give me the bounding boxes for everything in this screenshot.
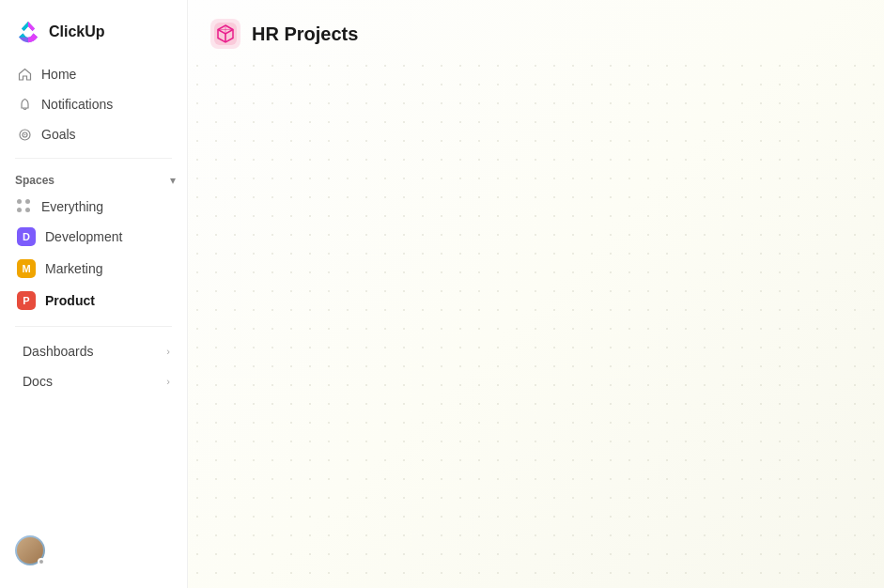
sidebar-item-dashboards[interactable]: Dashboards › — [8, 336, 179, 366]
sidebar-item-marketing[interactable]: M Marketing — [8, 253, 179, 285]
sidebar-item-docs[interactable]: Docs › — [8, 366, 179, 396]
avatar[interactable] — [15, 535, 45, 565]
sidebar-item-goals[interactable]: Goals — [8, 120, 179, 148]
spaces-label: Spaces — [15, 174, 54, 187]
svg-point-2 — [23, 133, 25, 135]
sidebar-divider-1 — [15, 158, 172, 159]
page-title: HR Projects — [252, 23, 358, 45]
sidebar-item-notifications[interactable]: Notifications — [8, 90, 179, 118]
sidebar-item-product-label: Product — [45, 293, 95, 308]
sidebar-item-everything[interactable]: Everything — [8, 193, 179, 221]
marketing-badge: M — [17, 259, 36, 278]
dotted-background — [188, 56, 884, 588]
sidebar-item-development[interactable]: D Development — [8, 221, 179, 253]
clickup-logo-icon — [15, 19, 41, 45]
sidebar-item-home[interactable]: Home — [8, 60, 179, 88]
sidebar-item-dashboards-label: Dashboards — [23, 344, 94, 359]
main-content: HR Projects — [188, 0, 884, 588]
sidebar-bottom[interactable] — [0, 524, 187, 577]
chevron-down-icon: ▾ — [170, 174, 176, 187]
hr-projects-icon — [210, 19, 240, 49]
goals-icon — [17, 127, 32, 142]
sidebar-item-everything-label: Everything — [41, 199, 103, 214]
chevron-right-icon: › — [166, 346, 170, 357]
chevron-right-icon-docs: › — [166, 376, 170, 387]
sidebar-nav: Home Notifications Goals — [0, 60, 187, 148]
main-header: HR Projects — [188, 0, 884, 64]
logo-text: ClickUp — [49, 23, 105, 40]
sidebar-item-notifications-label: Notifications — [41, 97, 113, 112]
sidebar-item-docs-label: Docs — [23, 374, 53, 389]
grid-icon — [17, 199, 32, 214]
sidebar-item-home-label: Home — [41, 67, 76, 82]
sidebar: ClickUp Home Notifications — [0, 0, 188, 588]
sidebar-item-product[interactable]: P Product — [8, 285, 179, 317]
development-badge: D — [17, 227, 36, 246]
sidebar-item-marketing-label: Marketing — [45, 261, 102, 276]
sidebar-item-development-label: Development — [45, 229, 123, 244]
logo[interactable]: ClickUp — [0, 11, 187, 60]
sidebar-divider-2 — [15, 326, 172, 327]
sidebar-item-goals-label: Goals — [41, 127, 76, 142]
product-badge: P — [17, 291, 36, 310]
home-icon — [17, 67, 32, 82]
spaces-header[interactable]: Spaces ▾ — [0, 168, 187, 193]
bell-icon — [17, 97, 32, 112]
user-status-indicator — [38, 558, 45, 565]
